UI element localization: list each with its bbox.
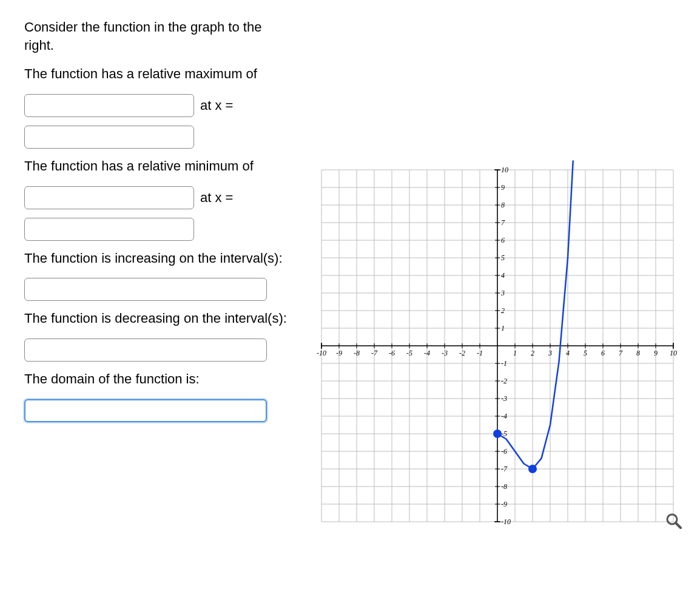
svg-text:8: 8	[636, 349, 640, 357]
svg-text:1: 1	[513, 349, 517, 357]
svg-text:2: 2	[501, 306, 505, 315]
svg-text:9: 9	[654, 349, 658, 357]
svg-text:2: 2	[531, 349, 534, 357]
svg-text:5: 5	[584, 349, 587, 357]
svg-text:-9: -9	[336, 349, 342, 357]
svg-text:-7: -7	[371, 349, 378, 357]
svg-text:-6: -6	[501, 447, 507, 456]
svg-text:7: 7	[501, 218, 505, 227]
svg-text:-10: -10	[317, 349, 326, 357]
at-x-label-2: at x =	[200, 190, 233, 206]
svg-text:-3: -3	[501, 394, 507, 403]
decreasing-input[interactable]	[24, 339, 267, 362]
svg-text:-2: -2	[501, 377, 507, 385]
svg-text:1: 1	[501, 324, 505, 332]
at-x-label-1: at x =	[200, 98, 233, 113]
rel-max-value-input[interactable]	[24, 94, 194, 117]
svg-text:-3: -3	[442, 349, 448, 357]
svg-text:5: 5	[501, 254, 505, 262]
svg-text:-4: -4	[501, 412, 507, 420]
svg-text:7: 7	[619, 349, 623, 357]
svg-text:6: 6	[601, 349, 605, 357]
intro-text: Consider the function in the graph to th…	[24, 18, 291, 54]
svg-text:-6: -6	[389, 349, 395, 357]
svg-text:-7: -7	[501, 465, 508, 473]
increasing-input[interactable]	[24, 278, 267, 301]
rel-min-value-input[interactable]	[24, 186, 194, 209]
svg-text:4: 4	[501, 271, 505, 280]
svg-text:-1: -1	[477, 349, 483, 357]
svg-line-131	[676, 523, 681, 528]
svg-text:4: 4	[566, 349, 570, 357]
rel-min-text: The function has a relative minimum of	[24, 157, 291, 175]
decreasing-text: The function is decreasing on the interv…	[24, 309, 291, 328]
svg-text:-5: -5	[406, 349, 412, 357]
rel-min-x-input[interactable]	[24, 218, 194, 241]
svg-text:-9: -9	[501, 500, 507, 508]
svg-text:-2: -2	[459, 349, 465, 357]
svg-point-128	[493, 430, 502, 438]
increasing-text: The function is increasing on the interv…	[24, 249, 291, 268]
graph-panel: -10-9-8-7-6-5-4-3-2-112345678910-10-9-8-…	[309, 18, 685, 534]
svg-text:-4: -4	[424, 349, 430, 357]
svg-text:3: 3	[548, 349, 552, 357]
svg-text:8: 8	[501, 201, 505, 209]
svg-text:-8: -8	[501, 482, 507, 491]
magnify-icon[interactable]	[665, 512, 682, 529]
svg-text:-1: -1	[501, 359, 507, 368]
svg-text:9: 9	[501, 183, 505, 192]
svg-text:10: 10	[501, 166, 508, 174]
svg-text:6: 6	[501, 236, 505, 244]
rel-max-x-input[interactable]	[24, 126, 194, 149]
rel-max-text: The function has a relative maximum of	[24, 65, 291, 83]
svg-text:10: 10	[670, 349, 677, 357]
question-panel: Consider the function in the graph to th…	[24, 18, 291, 431]
svg-text:-8: -8	[354, 349, 360, 357]
function-graph: -10-9-8-7-6-5-4-3-2-112345678910-10-9-8-…	[309, 158, 685, 534]
svg-text:-10: -10	[501, 517, 511, 526]
svg-text:3: 3	[500, 289, 505, 297]
domain-text: The domain of the function is:	[24, 370, 291, 388]
domain-input[interactable]	[24, 399, 267, 422]
svg-point-129	[528, 465, 537, 473]
